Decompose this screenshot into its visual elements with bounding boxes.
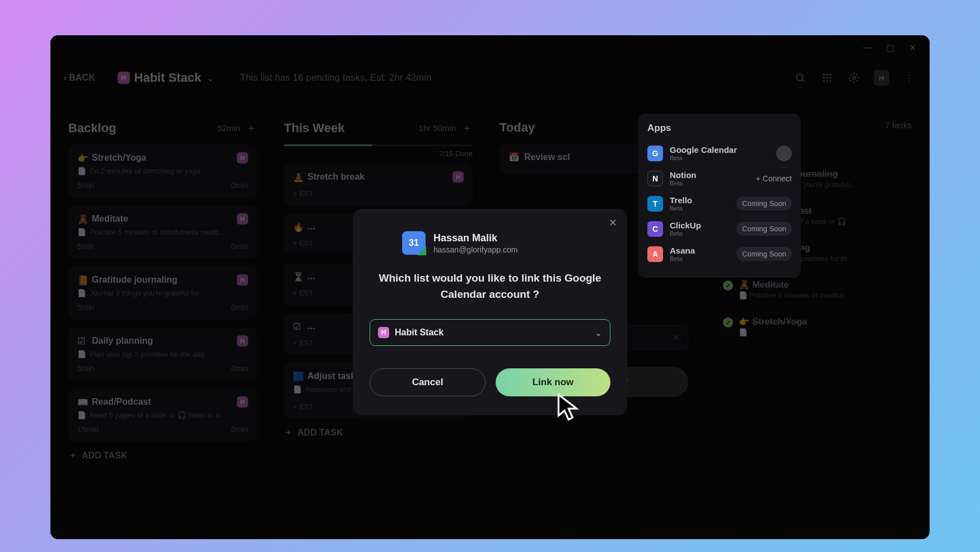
list-select[interactable]: H Habit Stack ⌄ bbox=[370, 319, 610, 346]
app-icon: T bbox=[647, 196, 663, 212]
app-beta-label: Beta bbox=[670, 205, 692, 212]
link-now-button[interactable]: Link now bbox=[496, 368, 610, 396]
cursor-icon bbox=[557, 394, 582, 422]
app-name: Notion bbox=[670, 170, 696, 180]
app-beta-label: Beta bbox=[670, 180, 696, 186]
coming-soon-badge: Coming Soon bbox=[736, 197, 792, 210]
app-window: — ▢ ✕ ‹ BACK H Habit Stack ⌄ This list h… bbox=[50, 35, 930, 539]
cancel-button[interactable]: Cancel bbox=[370, 368, 486, 396]
app-icon: A bbox=[647, 246, 663, 262]
app-item[interactable]: T TrelloBeta Coming Soon bbox=[647, 191, 792, 216]
app-name: ClickUp bbox=[670, 221, 701, 230]
app-item[interactable]: G Google CalendarBeta bbox=[647, 141, 792, 166]
connect-button[interactable]: + Connect bbox=[756, 174, 792, 183]
app-item[interactable]: N NotionBeta + Connect bbox=[647, 166, 792, 191]
user-name: Hassan Malik bbox=[433, 232, 517, 244]
apps-panel: Apps G Google CalendarBeta N NotionBeta … bbox=[638, 114, 801, 278]
close-icon[interactable]: ✕ bbox=[609, 217, 617, 229]
link-calendar-modal: ✕ 31 Hassan Malik hassan@glorifyapp.com … bbox=[353, 209, 627, 415]
connected-avatar bbox=[776, 146, 792, 161]
app-beta-label: Beta bbox=[670, 255, 695, 262]
user-email: hassan@glorifyapp.com bbox=[433, 245, 517, 254]
app-icon: N bbox=[647, 171, 663, 186]
app-name: Google Calendar bbox=[670, 145, 737, 155]
app-beta-label: Beta bbox=[670, 230, 701, 237]
modal-question: Which list would you like to link this G… bbox=[370, 270, 610, 302]
chevron-down-icon: ⌄ bbox=[595, 328, 602, 338]
coming-soon-badge: Coming Soon bbox=[736, 247, 792, 261]
app-item[interactable]: A AsanaBeta Coming Soon bbox=[647, 241, 792, 266]
app-beta-label: Beta bbox=[670, 155, 737, 161]
apps-panel-title: Apps bbox=[647, 123, 792, 134]
modal-user: 31 Hassan Malik hassan@glorifyapp.com bbox=[370, 231, 610, 255]
app-name: Asana bbox=[670, 246, 695, 255]
selected-list: Habit Stack bbox=[395, 328, 444, 338]
app-icon: C bbox=[647, 221, 663, 237]
list-badge-icon: H bbox=[378, 327, 389, 338]
app-item[interactable]: C ClickUpBeta Coming Soon bbox=[647, 216, 792, 241]
google-calendar-icon: 31 bbox=[402, 231, 426, 255]
coming-soon-badge: Coming Soon bbox=[736, 222, 792, 236]
app-name: Trello bbox=[670, 195, 692, 205]
app-icon: G bbox=[647, 146, 663, 161]
